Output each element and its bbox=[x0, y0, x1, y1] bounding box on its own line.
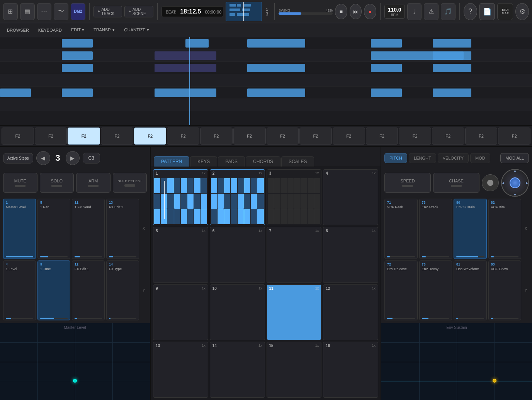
rewind-button[interactable]: ⏮ bbox=[350, 4, 362, 19]
browser-button[interactable]: BROWSER bbox=[3, 26, 33, 34]
tab-keys[interactable]: KEYS bbox=[190, 156, 217, 167]
key-f2-13[interactable]: F2 bbox=[432, 128, 464, 145]
grid-icon[interactable]: ⊞ bbox=[3, 3, 18, 20]
pattern-cell-13[interactable]: 13 1x bbox=[153, 342, 208, 398]
tune-icon[interactable]: 🎵 bbox=[441, 3, 456, 20]
key-f2-5[interactable]: F2 bbox=[167, 128, 199, 145]
key-f2-10[interactable]: F2 bbox=[333, 128, 365, 145]
metronome-icon[interactable]: ♩ bbox=[407, 3, 422, 20]
mod-cell-72[interactable]: 72 Env Release bbox=[384, 260, 418, 321]
mod-cell-81[interactable]: 81 Osc Waveform bbox=[454, 260, 487, 321]
add-track-button[interactable]: + ADD TRACK bbox=[93, 6, 122, 17]
key-f2-6[interactable]: F2 bbox=[200, 128, 233, 145]
swing-slider[interactable] bbox=[279, 12, 333, 15]
help-button[interactable]: ? bbox=[464, 3, 477, 20]
mod-cell-71[interactable]: 71 VCF Peak bbox=[384, 199, 418, 259]
joystick[interactable]: ▲ ◀ ▶ ▼ bbox=[501, 169, 529, 197]
divider5 bbox=[459, 3, 460, 20]
tab-pattern[interactable]: PATTERN bbox=[154, 156, 189, 167]
stop-button[interactable]: ■ bbox=[335, 4, 347, 19]
arm-button[interactable]: ARM bbox=[76, 173, 110, 193]
key-f2-0[interactable]: F2 bbox=[2, 128, 34, 145]
key-f2-7[interactable]: F2 bbox=[233, 128, 266, 145]
pattern-tabs: PATTERN KEYS PADS CHORDS SCALES bbox=[151, 147, 381, 167]
bpm-display[interactable]: 110.0 BPM bbox=[384, 5, 405, 19]
wave-icon[interactable]: 〜 bbox=[54, 3, 68, 20]
tab-mod[interactable]: MOD bbox=[470, 153, 490, 163]
right-record-button[interactable] bbox=[482, 174, 499, 191]
doc-button[interactable]: 📄 bbox=[479, 3, 495, 20]
tab-length[interactable]: LENGHT bbox=[409, 153, 436, 163]
pattern-cell-12[interactable]: 12 1x bbox=[323, 284, 378, 340]
key-f2-2[interactable]: F2 bbox=[68, 128, 100, 145]
tab-pads[interactable]: PADS bbox=[218, 156, 245, 167]
prev-step-button[interactable]: ◀ bbox=[36, 151, 50, 165]
key-f2-11[interactable]: F2 bbox=[366, 128, 398, 145]
next-step-button[interactable]: ▶ bbox=[66, 151, 80, 165]
mod-cell-9[interactable]: 9 1 Tune bbox=[37, 260, 70, 321]
note-repeat-button[interactable]: NOTE REPEAT bbox=[113, 173, 147, 193]
mod-cell-81-num: 81 bbox=[456, 262, 484, 266]
pattern-cell-10[interactable]: 10 1x bbox=[210, 284, 265, 340]
pattern-cell-14[interactable]: 14 1x bbox=[210, 342, 265, 398]
mod-cell-1[interactable]: 1 Master Level bbox=[3, 199, 36, 259]
transp-button[interactable]: TRANSP. bbox=[90, 26, 119, 34]
keyboard-button[interactable]: KEYBOARD bbox=[34, 26, 66, 34]
tab-velocity[interactable]: VELOCITY bbox=[438, 153, 469, 163]
pattern-cell-8[interactable]: 8 1x bbox=[323, 227, 378, 283]
mod-cell-75[interactable]: 75 Env Decay bbox=[419, 260, 452, 321]
mod-all-button[interactable]: MOD ALL bbox=[500, 153, 529, 163]
pattern-cell-7[interactable]: 7 1x bbox=[267, 227, 322, 283]
quantize-button[interactable]: QUANTIZE bbox=[120, 26, 153, 34]
add-scene-button[interactable]: + ADD SCENE bbox=[124, 6, 153, 17]
midi-map-button[interactable]: MIDI MAP bbox=[497, 3, 513, 20]
pattern-cell-9[interactable]: 9 1x bbox=[153, 284, 208, 340]
pattern-cell-16[interactable]: 16 1x bbox=[323, 342, 378, 398]
pattern-cell-6[interactable]: 6 1x bbox=[210, 227, 265, 283]
tab-chords[interactable]: CHORDS bbox=[246, 156, 280, 167]
add-track-label: ADD TRACK bbox=[102, 7, 118, 16]
mod-cell-14[interactable]: 14 FX Type bbox=[106, 260, 139, 321]
mod-cell-83[interactable]: 83 VCF Gnaw bbox=[488, 260, 522, 321]
mod-cell-13[interactable]: 13 FX Edit 2 bbox=[106, 199, 139, 259]
table-icon[interactable]: ▤ bbox=[20, 3, 35, 20]
key-f2-14[interactable]: F2 bbox=[465, 128, 498, 145]
mod-cell-82[interactable]: 82 VCF Bite bbox=[488, 199, 522, 259]
key-f2-1[interactable]: F2 bbox=[35, 128, 67, 145]
edit-button[interactable]: EDIT bbox=[67, 26, 88, 34]
pattern-cell-11[interactable]: 11 1x bbox=[267, 284, 322, 340]
add-icon: + bbox=[98, 9, 100, 14]
solo-button[interactable]: SOLO bbox=[40, 173, 74, 193]
key-f2-8[interactable]: F2 bbox=[267, 128, 299, 145]
pattern-cell-4[interactable]: 4 1x bbox=[323, 169, 378, 225]
mod-cell-73[interactable]: 73 Env Attack bbox=[419, 199, 452, 259]
dm2-button[interactable]: DM2 bbox=[71, 3, 85, 20]
mod-cell-5[interactable]: 5 1 Pan bbox=[37, 199, 70, 259]
active-steps-button[interactable]: Active Steps bbox=[3, 153, 33, 163]
settings-button[interactable]: ⚙ bbox=[515, 3, 529, 20]
record-button[interactable]: ● bbox=[364, 4, 376, 19]
chase-button[interactable]: CHASE bbox=[433, 173, 479, 193]
pattern-cell-2[interactable]: 2 1x bbox=[210, 169, 265, 225]
key-select-button[interactable]: C3 bbox=[83, 153, 100, 163]
mod-cell-11[interactable]: 11 1 FX Send bbox=[72, 199, 105, 259]
mod-cell-14-name: FX Type bbox=[109, 267, 136, 271]
key-f2-15[interactable]: F2 bbox=[498, 128, 530, 145]
speed-button[interactable]: SPEED bbox=[384, 173, 431, 193]
dots-icon[interactable]: ⋯ bbox=[37, 3, 52, 20]
mute-button[interactable]: MUTE bbox=[3, 173, 37, 193]
key-f2-12[interactable]: F2 bbox=[399, 128, 431, 145]
mod-cell-12[interactable]: 12 FX Edit 1 bbox=[72, 260, 105, 321]
pattern-cell-15[interactable]: 15 1x bbox=[267, 342, 322, 398]
mod-cell-4[interactable]: 4 1 Level bbox=[3, 260, 36, 321]
key-f2-3[interactable]: F2 bbox=[101, 128, 133, 145]
pattern-cell-1[interactable]: 1 1x bbox=[153, 169, 208, 225]
key-f2-9[interactable]: F2 bbox=[299, 128, 332, 145]
tab-scales[interactable]: SCALES bbox=[281, 156, 314, 167]
mod-cell-80[interactable]: 80 Env Sustain bbox=[454, 199, 487, 259]
warning-icon[interactable]: ⚠ bbox=[424, 3, 439, 20]
pattern-cell-5[interactable]: 5 1x bbox=[153, 227, 208, 283]
tab-pitch[interactable]: PITCH bbox=[384, 153, 407, 163]
key-f2-4[interactable]: F2 bbox=[134, 128, 167, 145]
pattern-cell-3[interactable]: 3 1x bbox=[267, 169, 322, 225]
